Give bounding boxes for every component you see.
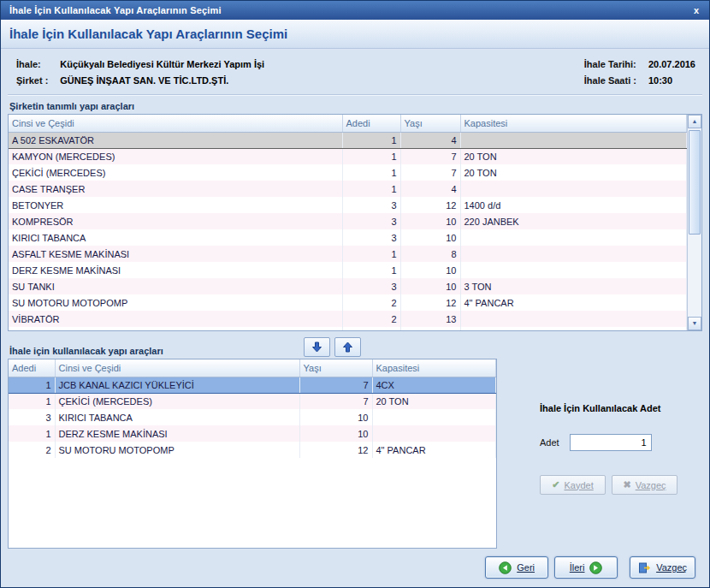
cell-cinsi: SU TANKI — [9, 278, 342, 294]
table-row[interactable]: ASFALT SİLİNDİRİ1101 TON — [9, 327, 687, 330]
cell-cinsi: VİBRATÖR — [9, 311, 342, 327]
table-row[interactable]: 3KIRICI TABANCA10 — [9, 409, 496, 425]
table-row[interactable]: 1ÇEKİCİ (MERCEDES)720 TON — [9, 393, 496, 409]
close-icon[interactable]: x — [689, 3, 704, 17]
cell-adedi: 2 — [9, 442, 55, 458]
tender-table-title: İhale için kullanılacak yapı araçları — [8, 344, 165, 359]
table-row[interactable]: 1DERZ KESME MAKİNASI10 — [9, 425, 496, 442]
cell-kapasitesi: 20 TON — [372, 393, 496, 409]
scroll-up-icon[interactable]: ▲ — [688, 115, 701, 128]
move-down-button[interactable] — [304, 337, 330, 357]
table-row[interactable]: A 502 ESKAVATÖR14 — [9, 132, 687, 148]
cell-adedi: 1 — [342, 246, 400, 262]
table-row[interactable]: VİBRATÖR213 — [9, 311, 687, 327]
cell-kapasitesi: 1400 d/d — [460, 197, 687, 213]
adet-panel: İhale İçin Kullanılacak Adet Adet ✔ Kayd… — [497, 359, 702, 549]
cell-cinsi: ÇEKİCİ (MERCEDES) — [55, 393, 299, 409]
scroll-down-icon[interactable]: ▼ — [688, 317, 701, 330]
table-row[interactable]: ÇEKİCİ (MERCEDES)1720 TON — [9, 164, 687, 181]
cell-kapasitesi: 3 TON — [460, 278, 687, 294]
exit-icon — [638, 561, 651, 574]
geri-button[interactable]: Geri — [485, 556, 548, 579]
vertical-scrollbar[interactable]: ▲ ▼ — [687, 115, 701, 330]
cell-adedi: 1 — [342, 132, 400, 148]
scrollbar-track[interactable] — [688, 128, 701, 317]
table-row[interactable]: SU MOTORU MOTOPOMP2124" PANCAR — [9, 294, 687, 311]
column-header-cinsi[interactable]: Cinsi ve Çeşidi — [9, 115, 342, 132]
geri-button-label: Geri — [517, 562, 535, 573]
cell-yasi: 12 — [299, 442, 372, 458]
vazgec-button[interactable]: Vazgeç — [630, 556, 695, 579]
company-table-area: Cinsi ve Çeşidi Adedi Yaşı Kapasitesi A … — [9, 115, 687, 330]
cell-kapasitesi — [460, 229, 687, 246]
cell-yasi: 12 — [400, 197, 460, 213]
table-row[interactable]: CASE TRANŞER14 — [9, 181, 687, 197]
back-arrow-icon — [499, 561, 512, 574]
column-header-kapasitesi[interactable]: Kapasitesi — [460, 115, 687, 132]
tender-info-left: İhale: Küçükyalı Belediyesi Kültür Merke… — [16, 59, 264, 86]
divider — [8, 94, 702, 96]
cross-icon: ✖ — [623, 479, 630, 490]
cell-cinsi: BETONYER — [9, 197, 342, 213]
column-header-yasi[interactable]: Yaşı — [400, 115, 460, 132]
cell-cinsi: KOMPRESÖR — [9, 213, 342, 229]
kaydet-button[interactable]: ✔ Kaydet — [540, 475, 606, 495]
cell-yasi: 4 — [400, 181, 460, 197]
tarih-value: 20.07.2016 — [648, 59, 695, 69]
ileri-button-label: İleri — [570, 562, 585, 573]
cell-kapasitesi — [460, 132, 687, 148]
table-row[interactable]: BETONYER3121400 d/d — [9, 197, 687, 213]
cell-adedi: 1 — [342, 327, 400, 330]
panel-vazgec-button[interactable]: ✖ Vazgeç — [612, 475, 677, 495]
cell-yasi: 10 — [299, 409, 372, 425]
cell-yasi: 10 — [400, 262, 460, 278]
column-header-yasi[interactable]: Yaşı — [299, 359, 372, 377]
cell-adedi: 1 — [9, 425, 55, 442]
column-header-adedi[interactable]: Adedi — [9, 359, 55, 377]
cell-cinsi: ASFALT KESME MAKİNASI — [9, 246, 342, 262]
cell-adedi: 1 — [9, 377, 55, 393]
cell-kapasitesi — [372, 409, 496, 425]
arrow-down-icon — [311, 342, 322, 353]
table-row[interactable]: 2SU MOTORU MOTOPOMP124" PANCAR — [9, 442, 496, 458]
cell-cinsi: CASE TRANŞER — [9, 181, 342, 197]
ileri-button[interactable]: İleri — [554, 556, 618, 579]
cell-yasi: 13 — [400, 311, 460, 327]
cell-yasi: 4 — [400, 132, 460, 148]
forward-arrow-icon — [589, 561, 602, 574]
cell-adedi: 3 — [342, 197, 400, 213]
table-row[interactable]: 1JCB KANAL KAZICI YÜKLEYİCİ74CX — [9, 377, 496, 393]
cell-kapasitesi: 4" PANCAR — [372, 442, 496, 458]
tender-table: Adedi Cinsi ve Çeşidi Yaşı Kapasitesi 1J… — [8, 359, 497, 549]
column-header-cinsi[interactable]: Cinsi ve Çeşidi — [55, 359, 299, 377]
cell-kapasitesi: 20 TON — [460, 164, 687, 181]
cell-yasi: 10 — [400, 327, 460, 330]
cell-yasi: 10 — [400, 229, 460, 246]
table-row[interactable]: DERZ KESME MAKİNASI110 — [9, 262, 687, 278]
adet-input[interactable] — [570, 434, 652, 451]
cell-adedi: 3 — [342, 213, 400, 229]
cell-yasi: 12 — [400, 294, 460, 311]
adet-panel-title: İhale İçin Kullanılacak Adet — [540, 403, 702, 413]
cell-cinsi: DERZ KESME MAKİNASI — [55, 425, 299, 442]
cell-adedi: 1 — [9, 393, 55, 409]
cell-kapasitesi: 220 JANBEK — [460, 213, 687, 229]
cell-adedi: 1 — [342, 262, 400, 278]
panel-vazgec-button-label: Vazgeç — [636, 480, 666, 490]
cell-kapasitesi: 4" PANCAR — [460, 294, 687, 311]
cell-kapasitesi — [460, 181, 687, 197]
column-header-kapasitesi[interactable]: Kapasitesi — [372, 359, 496, 377]
table-row[interactable]: SU TANKI3103 TON — [9, 278, 687, 294]
scrollbar-thumb[interactable] — [689, 130, 701, 235]
adet-row: Adet — [540, 434, 702, 451]
tender-table-header: Adedi Cinsi ve Çeşidi Yaşı Kapasitesi — [9, 359, 496, 377]
cell-cinsi: KIRICI TABANCA — [55, 409, 299, 425]
adet-panel-buttons: ✔ Kaydet ✖ Vazgeç — [540, 475, 702, 495]
cell-yasi: 10 — [400, 278, 460, 294]
column-header-adedi[interactable]: Adedi — [342, 115, 400, 132]
table-row[interactable]: KIRICI TABANCA310 — [9, 229, 687, 246]
table-row[interactable]: KAMYON (MERCEDES)1720 TON — [9, 148, 687, 164]
table-row[interactable]: ASFALT KESME MAKİNASI18 — [9, 246, 687, 262]
table-row[interactable]: KOMPRESÖR310220 JANBEK — [9, 213, 687, 229]
move-up-button[interactable] — [334, 337, 361, 357]
